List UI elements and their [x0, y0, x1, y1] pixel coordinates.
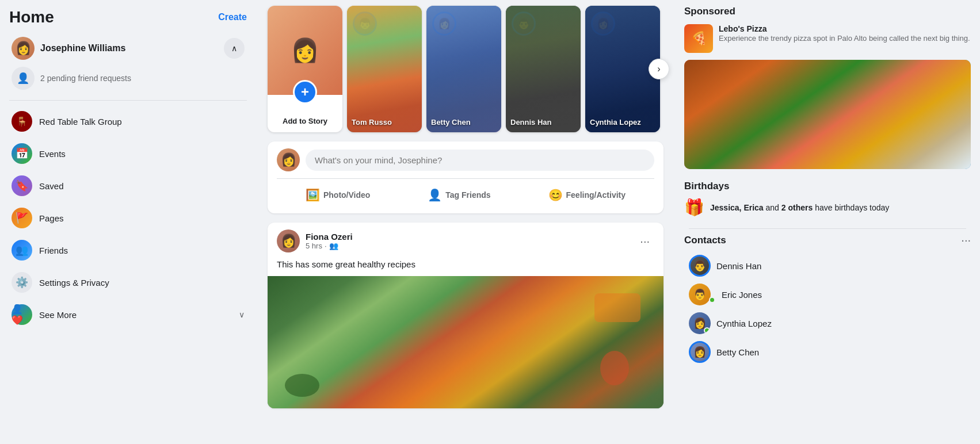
sidebar-item-pages[interactable]: 🚩 Pages	[5, 202, 251, 234]
pages-icon: 🚩	[12, 208, 32, 228]
sidebar-item-label: Events	[39, 149, 66, 159]
see-more-icon: 👤❤️	[12, 304, 32, 325]
contacts-header: Contacts ···	[684, 234, 971, 247]
birthday-others-count: 2 others	[781, 203, 813, 212]
fiona-post-image	[268, 276, 663, 408]
story-card-tom-russo[interactable]: 👦 Tom Russo	[347, 6, 422, 132]
contacts-section: Contacts ··· 👨 Dennis Han 👨 Eric Jones 👩…	[684, 234, 971, 366]
sidebar-item-friends[interactable]: 👥 Friends	[5, 234, 251, 266]
sidebar-item-label: Settings & Privacy	[39, 278, 109, 288]
add-to-story-label: Add to Story	[283, 117, 327, 125]
feeling-label: Feeling/Activity	[566, 190, 626, 200]
birthdays-section: Birthdays 🎁 Jessica, Erica and 2 others …	[684, 181, 971, 217]
birthday-icon: 🎁	[684, 198, 704, 217]
sidebar-item-saved[interactable]: 🔖 Saved	[5, 170, 251, 202]
contact-item-eric-jones[interactable]: 👨 Eric Jones	[684, 280, 971, 309]
sponsored-logo: 🍕	[684, 24, 713, 53]
betty-chen-contact-avatar: 👩	[689, 341, 711, 363]
sidebar-item-red-table-talk[interactable]: 🪑 Red Table Talk Group	[5, 105, 251, 137]
privacy-separator: ·	[325, 242, 327, 250]
stories-next-button[interactable]: ›	[649, 59, 669, 79]
create-button[interactable]: Create	[218, 12, 247, 22]
birthday-text: Jessica, Erica and 2 others have birthda…	[710, 203, 889, 212]
dennis-han-story-name: Dennis Han	[510, 118, 576, 127]
user-section: 👩 Josephine Williams ∧ 👤 2 pending frien…	[5, 31, 251, 95]
birthdays-title: Birthdays	[684, 181, 971, 192]
contacts-title: Contacts	[684, 235, 726, 246]
settings-icon: ⚙️	[12, 272, 32, 293]
tag-friends-icon: 👤	[428, 188, 442, 202]
story-add-top: 👩 +	[268, 6, 342, 95]
post-box-divider	[277, 178, 654, 179]
post-composer-top: 👩	[277, 148, 654, 171]
feeling-activity-button[interactable]: 😊 Feeling/Activity	[539, 183, 635, 206]
red-table-talk-icon: 🪑	[12, 111, 32, 132]
pending-requests-item[interactable]: 👤 2 pending friend requests	[9, 63, 247, 93]
tag-friends-button[interactable]: 👤 Tag Friends	[418, 183, 499, 206]
photo-video-button[interactable]: 🖼️ Photo/Video	[296, 183, 379, 206]
sidebar-item-label: Pages	[39, 213, 64, 223]
right-sidebar: Sponsored 🍕 Lebo's Pizza Experience the …	[675, 0, 980, 444]
tom-russo-story-name: Tom Russo	[352, 118, 417, 127]
user-info: 👩 Josephine Williams	[12, 37, 125, 60]
user-name: Josephine Williams	[40, 43, 125, 53]
story-card-betty-chen[interactable]: 👩 Betty Chen	[426, 6, 501, 132]
composer-avatar: 👩	[277, 148, 300, 171]
cynthia-lopez-contact-name: Cynthia Lopez	[716, 319, 772, 328]
post-time: 5 hrs	[306, 242, 322, 250]
contact-item-dennis-han[interactable]: 👨 Dennis Han	[684, 251, 971, 280]
sponsored-name: Lebo's Pizza	[719, 24, 970, 33]
fiona-post-meta: 5 hrs · 👥	[306, 242, 353, 250]
contact-item-betty-chen[interactable]: 👩 Betty Chen	[684, 338, 971, 366]
sidebar-item-label: Saved	[39, 181, 64, 191]
main-content: 👩 + Add to Story 👦 Tom Russo 👩 Betty Che…	[256, 0, 675, 444]
tag-friends-label: Tag Friends	[445, 190, 490, 200]
photo-video-icon: 🖼️	[306, 188, 320, 202]
sponsored-title: Sponsored	[684, 6, 971, 17]
fiona-post-text: This has some great healthy recipes	[268, 257, 663, 276]
left-sidebar: Home Create 👩 Josephine Williams ∧ 👤 2 p…	[0, 0, 256, 444]
page-title: Home	[9, 8, 54, 26]
sponsored-desc: Experience the trendy pizza spot in Palo…	[719, 33, 970, 44]
cynthia-lopez-contact-avatar: 👩	[689, 312, 711, 334]
sidebar-item-settings[interactable]: ⚙️ Settings & Privacy	[5, 266, 251, 298]
eric-jones-contact-name: Eric Jones	[722, 290, 762, 300]
betty-chen-contact-name: Betty Chen	[716, 347, 759, 357]
sidebar-item-events[interactable]: 📅 Events	[5, 137, 251, 170]
sidebar-header: Home Create	[5, 6, 251, 31]
birthdays-item[interactable]: 🎁 Jessica, Erica and 2 others have birth…	[684, 198, 971, 217]
feed-post-fiona: 👩 Fiona Ozeri 5 hrs · 👥 ··· This has som…	[268, 223, 663, 408]
user-chevron-button[interactable]: ∧	[224, 38, 245, 59]
user-row[interactable]: 👩 Josephine Williams ∧	[9, 33, 247, 63]
eric-jones-online-dot	[709, 297, 715, 303]
sponsored-item[interactable]: 🍕 Lebo's Pizza Experience the trendy piz…	[684, 24, 971, 53]
friends-icon: 👥	[12, 240, 32, 261]
birthday-names: Jessica, Erica	[710, 203, 764, 212]
stories-row: 👩 + Add to Story 👦 Tom Russo 👩 Betty Che…	[268, 6, 663, 132]
story-card-dennis-han[interactable]: 👨 Dennis Han	[506, 6, 581, 132]
post-more-button[interactable]: ···	[635, 232, 654, 250]
contact-item-cynthia-lopez[interactable]: 👩 Cynthia Lopez	[684, 309, 971, 338]
contacts-more-button[interactable]: ···	[961, 234, 971, 247]
feeling-icon: 😊	[548, 188, 563, 202]
vegetable-market-image	[268, 276, 663, 408]
sidebar-item-label: Red Table Talk Group	[39, 117, 122, 127]
pending-icon: 👤	[12, 67, 35, 90]
post-input[interactable]	[306, 150, 654, 171]
saved-icon: 🔖	[12, 175, 32, 196]
post-box-actions: 🖼️ Photo/Video 👤 Tag Friends 😊 Feeling/A…	[277, 183, 654, 206]
user-avatar: 👩	[12, 37, 35, 60]
sponsored-info: Lebo's Pizza Experience the trendy pizza…	[719, 24, 970, 44]
feed-post-user: 👩 Fiona Ozeri 5 hrs · 👥	[277, 229, 353, 252]
contacts-divider	[689, 228, 966, 229]
sidebar-divider-1	[9, 100, 247, 101]
sidebar-item-see-more[interactable]: 👤❤️ See More ∨	[5, 298, 251, 331]
feed-post-header: 👩 Fiona Ozeri 5 hrs · 👥 ···	[268, 223, 663, 257]
post-composer: 👩 🖼️ Photo/Video 👤 Tag Friends 😊 Feeling…	[268, 141, 663, 213]
pending-requests-text: 2 pending friend requests	[40, 74, 131, 83]
sponsored-image[interactable]	[684, 60, 971, 169]
events-icon: 📅	[12, 143, 32, 164]
add-to-story-card[interactable]: 👩 + Add to Story	[268, 6, 342, 132]
cynthia-online-dot	[704, 327, 710, 334]
photo-video-label: Photo/Video	[323, 190, 370, 200]
